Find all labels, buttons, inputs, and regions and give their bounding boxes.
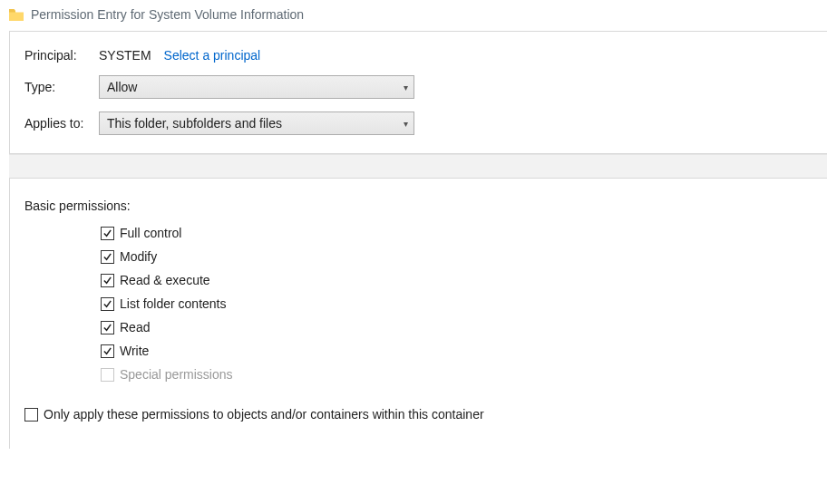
permission-label: List folder contents [120,296,227,311]
permission-label: Read & execute [120,273,210,287]
permission-label: Full control [120,226,181,240]
permission-item: Modify [101,249,812,264]
applies-to-label: Applies to: [24,116,99,131]
principal-row: Principal: SYSTEM Select a principal [24,48,812,63]
permission-label: Modify [120,249,157,264]
permission-checkbox [101,368,114,382]
applies-to-value: This folder, subfolders and files [107,116,282,131]
permission-label: Special permissions [120,367,233,382]
permission-checkbox[interactable] [101,227,114,240]
permission-label: Read [120,320,150,334]
permission-label: Write [120,344,149,358]
permission-checkbox[interactable] [101,297,114,311]
permission-item: Read [101,320,812,334]
permission-item: List folder contents [101,296,812,311]
window-title: Permission Entry for System Volume Infor… [31,7,304,22]
principal-label: Principal: [24,48,99,63]
chevron-down-icon: ▾ [404,82,408,92]
type-row: Type: Allow ▾ [24,75,812,99]
panel-gap [9,154,827,178]
permission-item: Read & execute [101,273,812,287]
select-principal-link[interactable]: Select a principal [164,48,261,63]
principal-value: SYSTEM [99,48,151,63]
only-apply-label: Only apply these permissions to objects … [44,407,484,422]
permission-checkbox[interactable] [101,321,114,334]
only-apply-row: Only apply these permissions to objects … [24,407,812,422]
only-apply-checkbox[interactable] [24,408,38,422]
chevron-down-icon: ▾ [404,119,408,129]
basic-permissions-heading: Basic permissions: [24,199,812,213]
folder-icon [9,9,24,21]
permission-item: Full control [101,226,812,240]
type-dropdown[interactable]: Allow ▾ [99,75,414,99]
permission-checkbox[interactable] [101,344,114,358]
permissions-list: Full controlModifyRead & executeList fol… [101,226,812,382]
permission-checkbox[interactable] [101,250,114,264]
applies-to-dropdown[interactable]: This folder, subfolders and files ▾ [99,111,414,135]
permission-item: Special permissions [101,367,812,382]
permission-checkbox[interactable] [101,274,114,287]
principal-panel: Principal: SYSTEM Select a principal Typ… [9,31,827,154]
type-value: Allow [107,80,137,94]
applies-to-row: Applies to: This folder, subfolders and … [24,111,812,135]
permission-item: Write [101,344,812,358]
permissions-panel: Basic permissions: Full controlModifyRea… [9,178,827,449]
type-label: Type: [24,80,99,94]
titlebar: Permission Entry for System Volume Infor… [0,0,827,27]
